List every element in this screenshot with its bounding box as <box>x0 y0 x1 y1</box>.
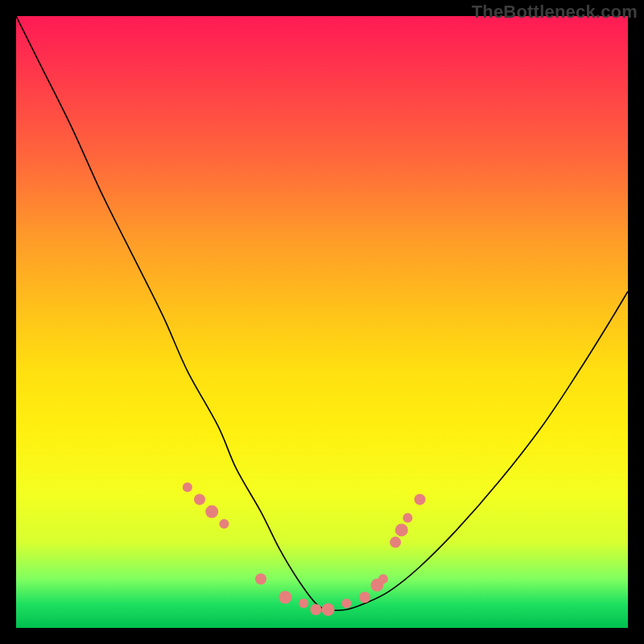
highlight-dot <box>219 519 229 529</box>
highlight-dot <box>402 513 412 522</box>
highlight-dot <box>299 599 308 609</box>
bottleneck-curve <box>16 16 628 610</box>
watermark-text: TheBottleneck.com <box>472 2 638 23</box>
highlight-dot <box>194 493 205 505</box>
highlight-dot <box>359 592 370 603</box>
highlight-dot <box>279 591 291 604</box>
highlight-dots-group <box>183 482 426 616</box>
highlight-dot <box>395 523 408 536</box>
highlight-dot <box>415 493 426 505</box>
highlight-dot <box>310 604 321 615</box>
highlight-dot <box>255 573 266 584</box>
highlight-dot <box>322 603 335 616</box>
highlight-dot <box>390 537 401 548</box>
plot-area <box>16 16 628 628</box>
highlight-dot <box>205 506 218 518</box>
curve-layer <box>16 16 628 628</box>
highlight-dot <box>341 599 351 609</box>
chart-stage: TheBottleneck.com <box>0 0 644 644</box>
highlight-dot <box>378 574 388 584</box>
highlight-dot <box>183 482 192 492</box>
